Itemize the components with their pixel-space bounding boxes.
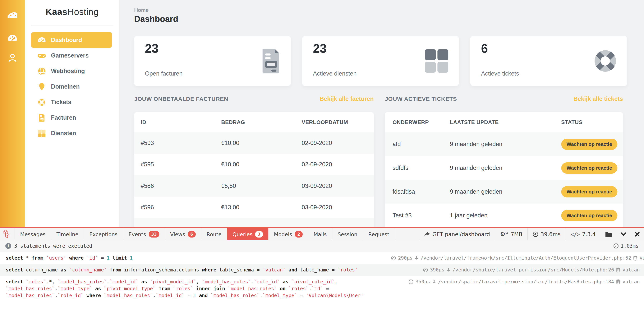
- sidebar-item-gameservers[interactable]: Gameservers: [31, 48, 112, 63]
- sql-statement: select * from `users` where `id` = 1 lim…: [6, 254, 391, 262]
- sidebar-item-label: Tickets: [51, 99, 71, 106]
- debugbar-tab-session[interactable]: Session: [332, 228, 363, 240]
- invoice-cell: #593: [141, 140, 221, 146]
- column-header: BEDRAG: [221, 119, 302, 126]
- debugbar-status: GET panel/dashboard⚙⚙7MB39.6ms</>7.3.4: [419, 228, 644, 240]
- debugbar-tab-timeline[interactable]: Timeline: [51, 228, 84, 240]
- ticket-subject: Test #3: [392, 212, 450, 219]
- status-badge: Wachten op reactie: [561, 210, 617, 221]
- view-all-invoices-link[interactable]: Bekijk alle facturen: [320, 96, 374, 102]
- invoice-row: #595€10,0002-09-2020: [134, 154, 374, 175]
- sidebar-item-label: Dashboard: [51, 36, 82, 44]
- query-connection: vulcan: [622, 266, 640, 273]
- clock-icon: [408, 279, 414, 284]
- debugbar-tab-models[interactable]: Models2: [268, 228, 308, 240]
- invoice-cell: €10,00: [221, 161, 302, 168]
- query-time: 350μs: [416, 278, 430, 285]
- query-meta: 350μs/vendor/spatie/laravel-permission/s…: [408, 278, 640, 285]
- sidebar-item-webhosting[interactable]: Webhosting: [31, 63, 112, 79]
- status-segment-7mb: ⚙⚙7MB: [495, 228, 527, 240]
- gamepad-icon: [38, 52, 46, 59]
- tab-badge: 33: [149, 231, 159, 238]
- tab-label: Timeline: [56, 232, 78, 237]
- brand-bold: Kaas: [46, 7, 67, 17]
- debugbar-tabs: MessagesTimelineExceptionsEvents33Views6…: [0, 228, 644, 240]
- column-header: VERLOOPDATUM: [302, 119, 374, 126]
- sidebar-item-dashboard[interactable]: Dashboard: [31, 32, 112, 48]
- map-pin-icon: [38, 83, 46, 91]
- tab-label: Route: [206, 232, 222, 237]
- invoice-cell: #596: [141, 204, 221, 211]
- info-icon: i: [5, 243, 11, 249]
- stat-value: 23: [313, 42, 326, 56]
- status-badge: Wachten op reactie: [561, 186, 617, 198]
- query-time: 290μs: [398, 254, 412, 262]
- ticket-row: sdfdfs9 maanden geledenWachten op reacti…: [385, 156, 623, 180]
- debugbar-tab-queries[interactable]: Queries3: [227, 228, 268, 240]
- sidebar-item-diensten[interactable]: Diensten: [31, 126, 112, 141]
- icon-rail: [0, 0, 25, 227]
- summary-time: 1.03ms: [613, 243, 639, 249]
- ticket-subject: fdsafdsa: [392, 188, 450, 195]
- tab-label: Request: [368, 232, 390, 237]
- debugbar-tab-messages[interactable]: Messages: [15, 228, 51, 240]
- invoice-cell: 03-09-2020: [302, 204, 374, 211]
- gauge-icon[interactable]: [0, 34, 25, 42]
- debugbar-tab-events[interactable]: Events33: [123, 228, 165, 240]
- query-meta: 390μs/vendor/spatie/laravel-permission/s…: [423, 266, 640, 273]
- stat-label: Open facturen: [145, 70, 182, 77]
- code-icon: </>: [571, 231, 580, 238]
- clock-icon: [613, 243, 619, 249]
- sidebar-item-label: Gameservers: [51, 52, 89, 59]
- invoice-cell: 02-09-2020: [302, 161, 374, 168]
- invoices-heading: JOUW ONBETAALDE FACTUREN: [134, 96, 228, 102]
- sidebar-item-tickets[interactable]: Tickets: [31, 94, 112, 110]
- ticket-row: Test #31 jaar geledenWachten op reactie: [385, 204, 623, 227]
- stat-cards: 23 Open facturen 23 Actieve diensten 6 A…: [134, 36, 627, 86]
- clock-icon: [533, 232, 538, 237]
- debugbar-tab-exceptions[interactable]: Exceptions: [84, 228, 123, 240]
- sidebar-divider: [31, 26, 114, 26]
- ticket-status-cell: Wachten op reactie: [561, 138, 623, 150]
- tab-badge: 6: [188, 231, 196, 238]
- clock-icon: [423, 268, 428, 272]
- summary-time-value: 1.03ms: [620, 243, 639, 249]
- column-header: LAATSTE UPDATE: [450, 119, 561, 126]
- ticket-subject: sdfdfs: [392, 164, 450, 172]
- tab-badge: 2: [295, 231, 303, 238]
- database-icon: [633, 255, 638, 261]
- status-segment-get: GET panel/dashboard: [419, 228, 495, 240]
- user-icon[interactable]: [0, 53, 25, 62]
- sidebar-item-facturen[interactable]: Facturen: [31, 110, 112, 126]
- debugbar-tab-route[interactable]: Route: [201, 228, 227, 240]
- share-icon: [424, 232, 430, 237]
- gears-icon: ⚙⚙: [500, 231, 508, 238]
- debugbar-tab-views[interactable]: Views6: [165, 228, 201, 240]
- folder-button[interactable]: [601, 228, 616, 240]
- view-all-tickets-link[interactable]: Bekijk alle tickets: [574, 96, 623, 102]
- debugbar-tab-request[interactable]: Request: [363, 228, 395, 240]
- ticket-updated: 9 maanden geleden: [450, 188, 561, 195]
- database-icon: [616, 279, 620, 284]
- pin-icon: [414, 255, 418, 261]
- breadcrumb[interactable]: Home: [134, 7, 148, 13]
- cheese-logo-icon[interactable]: [0, 10, 25, 19]
- tab-label: Models: [274, 232, 292, 237]
- chevron-down-button[interactable]: [616, 228, 630, 240]
- column-header: ONDERWERP: [392, 119, 450, 126]
- debugbar-tab-mails[interactable]: Mails: [308, 228, 332, 240]
- sidebar-menu: DashboardGameserversWebhostingDomeinenTi…: [31, 32, 112, 141]
- close-icon: [635, 232, 640, 237]
- invoice-cell: #586: [141, 182, 221, 190]
- tab-label: Exceptions: [89, 232, 118, 237]
- tickets-heading: JOUW ACTIEVE TICKETS: [385, 96, 457, 102]
- invoice-cell: €13,00: [221, 204, 302, 211]
- status-segment-39.6ms: 39.6ms: [528, 228, 566, 240]
- sidebar-item-domeinen[interactable]: Domeinen: [31, 79, 112, 94]
- tab-label: Queries: [232, 232, 252, 237]
- ticket-status-cell: Wachten op reactie: [561, 162, 623, 174]
- invoices-table-header: ID BEDRAG VERLOOPDATUM: [134, 112, 374, 132]
- close-button[interactable]: [630, 228, 644, 240]
- query-file: /vendor/spatie/laravel-permission/src/Mo…: [452, 266, 614, 273]
- grid-icon: [424, 49, 449, 73]
